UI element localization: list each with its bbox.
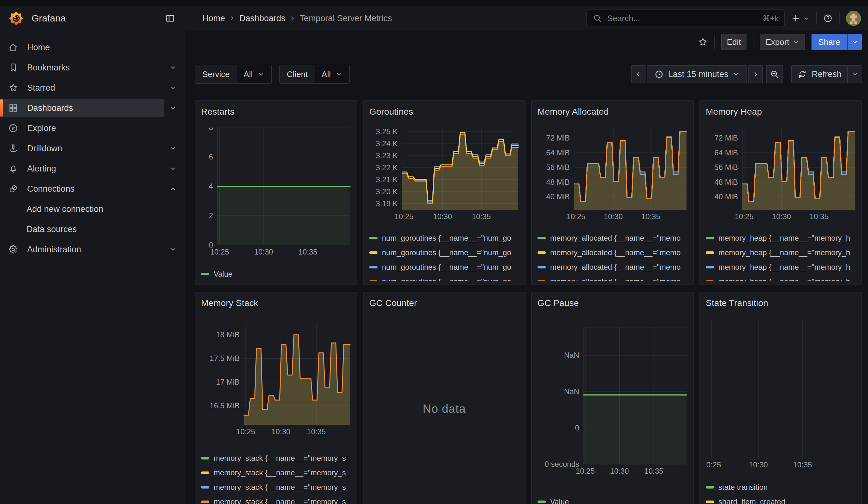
panel-chart[interactable]: 0 seconds0NaNNaN10:2510:3010:35 xyxy=(538,310,688,493)
panel-title[interactable]: Restarts xyxy=(201,105,351,119)
legend-item[interactable]: shard_item_created xyxy=(706,495,856,504)
panel-legend: Value xyxy=(538,493,688,504)
breadcrumb-home[interactable]: Home xyxy=(202,13,225,23)
legend-item[interactable]: num_goroutines {__name__="num_go xyxy=(369,231,519,245)
nav-left: Grafana xyxy=(0,11,185,25)
legend-item[interactable]: memory_heap {__name__="memory_h xyxy=(706,231,856,245)
legend-item[interactable]: memory_heap {__name__="memory_h xyxy=(706,260,856,275)
breadcrumb-separator: › xyxy=(291,13,294,23)
chart-gc_pause[interactable]: 0 seconds0NaNNaN10:2510:3010:35 xyxy=(538,327,688,476)
chevron-down-icon[interactable] xyxy=(164,84,182,91)
svg-text:10:35: 10:35 xyxy=(644,467,663,475)
svg-text:10:30: 10:30 xyxy=(433,212,452,221)
app-title[interactable]: Grafana xyxy=(32,13,66,24)
svg-text:10:25: 10:25 xyxy=(236,427,255,436)
panel-title[interactable]: State Transition xyxy=(706,296,856,310)
zoom-out-button[interactable] xyxy=(766,65,783,83)
chevron-down-icon[interactable] xyxy=(164,246,182,253)
chevron-down-icon[interactable] xyxy=(164,104,182,112)
legend-item[interactable]: memory_stack {__name__="memory_s xyxy=(201,495,351,504)
panel-title[interactable]: GC Counter xyxy=(369,296,519,310)
panel-title[interactable]: Memory Stack xyxy=(201,296,351,310)
legend-item[interactable]: Value xyxy=(201,267,351,281)
divider xyxy=(839,12,840,24)
sidebar-toggle-icon[interactable] xyxy=(165,13,175,23)
panel-title[interactable]: Goroutines xyxy=(369,105,519,119)
add-button[interactable] xyxy=(791,13,810,23)
bookmark-icon xyxy=(8,63,18,73)
search-input[interactable] xyxy=(607,13,758,24)
panel-chart[interactable]: 40 MiB48 MiB56 MiB64 MiB72 MiB10:2510:30… xyxy=(538,119,688,229)
legend-item[interactable]: Value xyxy=(538,495,688,504)
legend-item[interactable]: num_goroutines {__name__="num_go xyxy=(369,260,519,275)
panel-chart[interactable]: 3.19 K3.20 K3.21 K3.22 K3.23 K3.24 K3.25… xyxy=(369,119,519,229)
no-data-text: No data xyxy=(369,402,519,415)
breadcrumb-dashboards[interactable]: Dashboards xyxy=(239,13,285,23)
refresh-icon xyxy=(798,70,807,79)
search-box[interactable]: ⌘+k xyxy=(587,10,785,27)
panel-title[interactable]: Memory Allocated xyxy=(538,105,688,119)
sidebar-item-bookmarks: Bookmarks xyxy=(2,59,182,76)
chevron-down-icon[interactable] xyxy=(164,145,182,152)
divider xyxy=(753,35,753,49)
svg-text:40 MiB: 40 MiB xyxy=(546,192,570,201)
breadcrumb: Home › Dashboards › Temporal Server Metr… xyxy=(185,13,392,23)
filter-value-dropdown[interactable]: All xyxy=(237,65,271,83)
service-filter[interactable]: Service All xyxy=(195,65,272,84)
help-button[interactable] xyxy=(823,13,833,23)
legend-item[interactable]: memory_allocated {__name__="memo xyxy=(538,231,688,245)
svg-text:6: 6 xyxy=(209,153,213,161)
share-dropdown-button[interactable] xyxy=(847,34,862,50)
legend-item[interactable]: memory_allocated {__name__="memo xyxy=(538,275,688,281)
legend-item[interactable]: memory_allocated {__name__="memo xyxy=(538,245,688,260)
filter-value-dropdown[interactable]: All xyxy=(315,65,349,83)
legend-swatch-orange xyxy=(538,280,546,281)
client-filter[interactable]: Client All xyxy=(279,65,350,84)
svg-text:10:35: 10:35 xyxy=(809,212,828,221)
legend-item[interactable]: num_goroutines {__name__="num_go xyxy=(369,245,519,260)
time-forward-button[interactable] xyxy=(748,65,763,83)
panel-chart[interactable]: 16.5 MiB17 MiB17.5 MiB18 MiB10:2510:3010… xyxy=(201,310,351,450)
panel-chart[interactable]: 10:2510:3010:35 xyxy=(706,310,856,479)
plug-icon xyxy=(8,184,18,194)
main-content: Service All Client All Last 15 minutes R… xyxy=(185,54,868,504)
svg-text:17 MiB: 17 MiB xyxy=(216,378,240,386)
panel-chart[interactable]: 40 MiB48 MiB56 MiB64 MiB72 MiB10:2510:30… xyxy=(706,119,856,229)
divider xyxy=(714,35,715,49)
chevron-up-icon[interactable] xyxy=(164,185,182,192)
grafana-logo[interactable] xyxy=(9,11,23,25)
refresh-button[interactable]: Refresh xyxy=(791,65,848,83)
time-back-button[interactable] xyxy=(631,65,645,83)
legend-item[interactable]: state transition xyxy=(706,480,856,495)
chart-memory_stack[interactable]: 16.5 MiB17 MiB17.5 MiB18 MiB10:2510:3010… xyxy=(201,323,351,437)
chart-goroutines[interactable]: 3.19 K3.20 K3.21 K3.22 K3.23 K3.24 K3.25… xyxy=(369,127,519,222)
legend-item[interactable]: num_goroutines {__name__="num_go xyxy=(369,275,519,281)
chevron-down-icon[interactable] xyxy=(164,64,182,71)
chart-memory_allocated[interactable]: 40 MiB48 MiB56 MiB64 MiB72 MiB10:2510:30… xyxy=(538,127,688,222)
chart-state_transition[interactable]: 10:2510:3010:35 xyxy=(706,319,856,470)
panel-title[interactable]: GC Pause xyxy=(538,296,688,310)
clock-icon xyxy=(654,70,664,79)
legend-item[interactable]: memory_stack {__name__="memory_s xyxy=(201,465,351,480)
panel-chart[interactable]: 0246810:2510:3010:35 xyxy=(201,119,351,266)
legend-item[interactable]: memory_heap {__name__="memory_h xyxy=(706,275,856,281)
chart-memory_heap[interactable]: 40 MiB48 MiB56 MiB64 MiB72 MiB10:2510:30… xyxy=(706,127,856,222)
panel-goroutines: Goroutines 3.19 K3.20 K3.21 K3.22 K3.23 … xyxy=(363,101,526,285)
legend-item[interactable]: memory_stack {__name__="memory_s xyxy=(201,451,351,465)
legend-item[interactable]: memory_allocated {__name__="memo xyxy=(538,260,688,275)
share-button[interactable]: Share xyxy=(812,34,847,50)
legend-swatch-green xyxy=(201,457,209,460)
avatar[interactable] xyxy=(846,11,861,26)
chevron-down-icon[interactable] xyxy=(164,165,182,172)
legend-item[interactable]: memory_heap {__name__="memory_h xyxy=(706,245,856,260)
svg-text:10:30: 10:30 xyxy=(749,460,768,469)
panel-legend: memory_heap {__name__="memory_h memory_h… xyxy=(706,229,856,281)
chart-restarts[interactable]: 0246810:2510:3010:35 xyxy=(201,127,351,257)
legend-item[interactable]: memory_stack {__name__="memory_s xyxy=(201,480,351,495)
refresh-interval-dropdown[interactable] xyxy=(848,65,862,83)
panel-title[interactable]: Memory Heap xyxy=(706,105,856,119)
favorite-star-icon[interactable] xyxy=(698,37,708,47)
export-button[interactable]: Export xyxy=(760,34,805,50)
time-range-picker[interactable]: Last 15 minutes xyxy=(647,65,747,83)
edit-button[interactable]: Edit xyxy=(721,34,747,50)
